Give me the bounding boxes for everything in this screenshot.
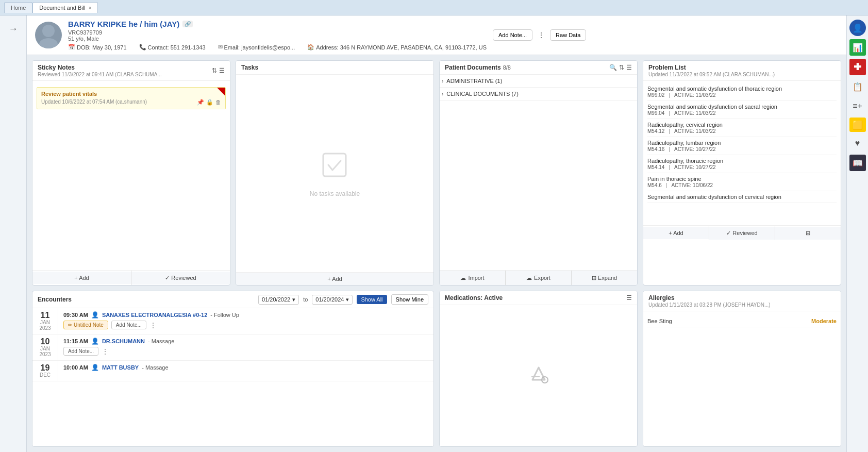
encounters-card: Encounters 01/20/2022 ▾ to 01/20/2024 ▾ … [32, 291, 434, 447]
sticky-corner [217, 88, 225, 96]
doc-administrative[interactable]: › ADMINISTRATIVE (1) [440, 75, 637, 88]
allergies-card: Allergies Updated 1/11/2023 at 03:28 PM … [643, 291, 841, 447]
doc-search-icon[interactable]: 🔍 [609, 64, 617, 71]
tab-home[interactable]: Home [4, 2, 32, 13]
encounters-date-from[interactable]: 01/20/2022 ▾ [258, 295, 299, 305]
patient-header: BARRY KRIPKE he / him (JAY) 🔗 VRC9379709… [27, 15, 846, 55]
patient-documents-card: Patient Documents 8/8 🔍 ⇅ ☰ › ADMINISTRA… [439, 60, 638, 286]
show-all-button[interactable]: Show All [357, 295, 387, 304]
doc-filter-icon[interactable]: ☰ [626, 64, 632, 71]
tasks-empty-text: No tasks available [310, 190, 360, 197]
sticky-note-icons: 📌 🔒 🗑 [197, 99, 221, 106]
doc-sort-icon[interactable]: ⇅ [619, 64, 624, 71]
add-note-button[interactable]: Add Note... [493, 29, 532, 41]
chevron-right-icon: › [442, 78, 443, 84]
enc-note-row: ✏ Untitled Note Add Note... ⋮ [63, 321, 428, 329]
sticky-notes-body: Review patient vitals Updated 10/6/2022 … [32, 81, 230, 270]
filter-icon[interactable]: ☰ [219, 67, 225, 74]
nav-arrow-icon[interactable]: → [4, 20, 23, 38]
documents-footer: ☁ Import ☁ Export ⊞ Expand [440, 270, 637, 285]
import-icon: ☁ [460, 275, 466, 281]
problem-list-card: Problem List Updated 11/3/2022 at 09:52 … [643, 60, 841, 286]
email-icon: ✉ [218, 44, 223, 51]
problem-more-button[interactable]: ⊞ [775, 227, 841, 240]
sticky-note-title: Review patient vitals [41, 91, 221, 97]
patient-info: BARRY KRIPKE he / him (JAY) 🔗 VRC9379709… [68, 20, 487, 51]
sticky-notes-actions: ⇅ ☰ [212, 67, 225, 74]
problem-item: Radiculopathy, lumbar region M54.16|ACTI… [647, 137, 837, 155]
user-avatar-icon: 👤 [849, 20, 866, 36]
show-mine-button[interactable]: Show Mine [391, 294, 428, 305]
sticky-reviewed-button[interactable]: ✓ Reviewed [131, 272, 230, 284]
medications-body [440, 305, 637, 446]
chevron-down-icon: ▾ [292, 296, 295, 303]
row-menu-icon[interactable]: ⋮ [149, 321, 157, 329]
loading-icon [526, 361, 551, 391]
allergy-item: Bee Sting Moderate [647, 315, 837, 327]
notes-list-icon[interactable]: 📋 [849, 78, 866, 95]
sticky-notes-meta: Reviewed 11/3/2022 at 09:41 AM (CLARA SC… [38, 72, 162, 77]
sticky-add-button[interactable]: + Add [32, 272, 131, 284]
export-button[interactable]: ☁ Export [506, 271, 571, 285]
person-icon: 👤 [91, 364, 99, 371]
expand-button[interactable]: ⊞ Expand [572, 271, 637, 285]
documents-actions: 🔍 ⇅ ☰ [609, 64, 632, 71]
medications-title: Medications: Active [445, 294, 503, 302]
tab-label: Document and Bill [39, 5, 85, 11]
svg-rect-2 [323, 154, 346, 176]
patient-email: ✉Email: jaysonfidelis@espo... [218, 44, 295, 51]
problem-reviewed-button[interactable]: ✓ Reviewed [709, 227, 775, 240]
more-options-button[interactable]: ⋮ [537, 30, 546, 40]
problem-item: Segmental and somatic dysfunction of tho… [647, 83, 837, 101]
import-button[interactable]: ☁ Import [440, 271, 505, 285]
enc-time-row: 09:30 AM 👤 SANAXES ELECTROANALGESIA #0-1… [63, 311, 428, 319]
raw-data-button[interactable]: Raw Data [550, 29, 586, 41]
allergies-title: Allergies [648, 294, 771, 302]
add-note-small-button[interactable]: Add Note... [111, 321, 146, 329]
sticky-note-icon[interactable]: 🟨 [849, 118, 866, 132]
tasks-add-button[interactable]: + Add [236, 273, 433, 285]
green-chart-icon[interactable]: 📊 [849, 39, 866, 56]
pencil-icon: ✏ [68, 322, 72, 328]
chevron-down-icon-2: ▾ [346, 296, 349, 303]
red-plus-icon[interactable]: ✚ [849, 59, 866, 75]
allergies-header: Allergies Updated 1/11/2023 at 03:28 PM … [643, 291, 841, 311]
problem-list-body: Segmental and somatic dysfunction of tho… [643, 81, 841, 225]
allergy-name: Bee Sting [647, 318, 672, 324]
lock-icon[interactable]: 🔒 [206, 99, 213, 106]
book-icon[interactable]: 📖 [849, 155, 866, 171]
problem-add-button[interactable]: + Add [643, 227, 709, 239]
encounters-date-to[interactable]: 01/20/2024 ▾ [312, 295, 353, 305]
close-icon[interactable]: × [89, 5, 92, 11]
heart-icon[interactable]: ♥ [849, 135, 866, 152]
problem-item: Segmental and somatic dysfunction of sac… [647, 101, 837, 119]
sort-icon[interactable]: ⇅ [212, 67, 217, 74]
encounter-row: 10 JAN 2023 11:15 AM 👤 DR.SCHUMANN - Mas… [32, 334, 433, 361]
enc-date: 11 JAN 2023 [32, 308, 58, 334]
medications-filter-icon[interactable]: ☰ [626, 294, 632, 302]
tab-document-and-bill[interactable]: Document and Bill × [32, 2, 98, 13]
header-actions: Add Note... ⋮ Raw Data [493, 29, 586, 41]
person-icon: 👤 [91, 338, 99, 345]
patient-address: 🏠Address: 346 N RAYMOND AVE, PASADENA, C… [307, 44, 487, 51]
content-area: BARRY KRIPKE he / him (JAY) 🔗 VRC9379709… [27, 15, 846, 452]
enc-date: 10 JAN 2023 [32, 334, 58, 360]
tasks-footer: + Add [236, 272, 433, 285]
tasks-body: No tasks available [236, 75, 433, 272]
sticky-note-meta: Updated 10/6/2022 at 07:54 AM (ca.shuman… [41, 99, 221, 106]
main-wrapper: → BARRY KRIPKE he / him (JAY) 🔗 VRC93797… [0, 15, 868, 452]
pin-icon[interactable]: 📌 [197, 99, 204, 106]
note-active-button[interactable]: ✏ Untitled Note [63, 321, 108, 329]
trash-icon[interactable]: 🗑 [215, 99, 221, 106]
allergies-body: Bee Sting Moderate [643, 311, 841, 446]
add-note-small-button[interactable]: Add Note... [63, 347, 98, 356]
patient-name: BARRY KRIPKE he / him (JAY) 🔗 [68, 20, 487, 28]
user-circle-icon[interactable]: 👤 [849, 20, 866, 36]
problem-list-meta: Updated 11/3/2022 at 09:52 AM (CLARA SCH… [648, 72, 775, 77]
row-menu-icon[interactable]: ⋮ [102, 347, 109, 356]
doc-clinical[interactable]: › CLINICAL DOCUMENTS (7) [440, 88, 637, 101]
add-list-icon[interactable]: ≡+ [849, 98, 866, 114]
documents-title: Patient Documents [445, 64, 501, 71]
documents-count: 8/8 [503, 64, 511, 71]
encounter-row: 19 DEC 10:00 AM 👤 MATT BUSBY - Massage [32, 361, 433, 381]
